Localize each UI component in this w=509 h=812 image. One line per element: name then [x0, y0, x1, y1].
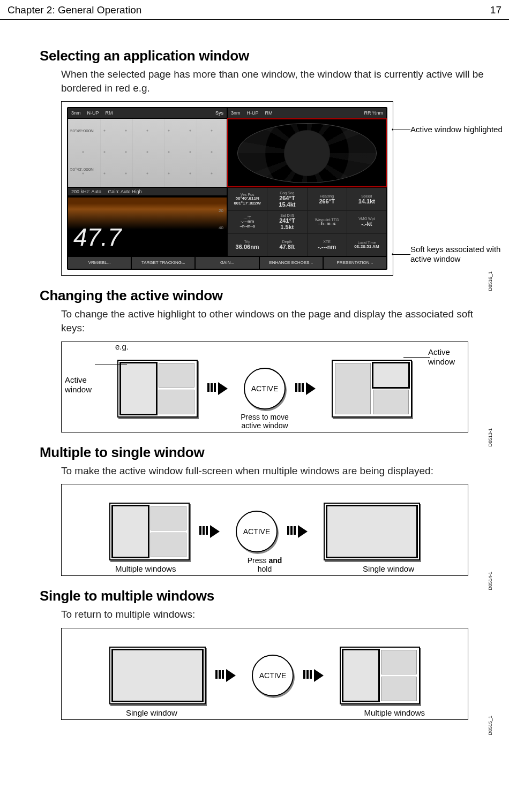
- arrow-right-icon: [303, 669, 330, 682]
- figure-mfd: 3nm N-UP RM Sys 3nm H-UP RM RR ½nm 50°49…: [61, 101, 486, 276]
- blank-hms: --h--m--s: [239, 224, 254, 229]
- pane-full: [113, 650, 203, 701]
- label-single: Single window: [126, 708, 177, 717]
- wpttg-value: --h--m--s: [318, 222, 335, 226]
- setdrift-label: Set Drift: [280, 214, 294, 217]
- callout-active-left: Active window: [65, 375, 102, 394]
- vespos-lon: 001°17'.822W: [234, 201, 260, 206]
- body-selecting: When the selected page has more than one…: [61, 67, 486, 95]
- drift-value: 1.5kt: [280, 224, 294, 230]
- press-hold-label: Press and hold: [233, 556, 297, 573]
- status-bar-right: 3nm H-UP RM RR ½nm: [228, 108, 386, 118]
- orient-left: N-UP: [87, 110, 99, 116]
- layout-single: [324, 503, 420, 560]
- mode-right: RM: [265, 110, 273, 116]
- softkey-presentation[interactable]: PRESENTATION...: [324, 257, 386, 269]
- pane-br: [381, 677, 417, 701]
- body-multi-to-single: To make the active window full-screen wh…: [61, 464, 486, 478]
- callout-active-left-text: Active window: [65, 375, 92, 394]
- pane-active-right: [373, 363, 409, 388]
- layout-multiple: [340, 647, 420, 704]
- callout-soft-keys: Soft keys associated with active window: [410, 245, 509, 264]
- figure-code-4: D8515_1: [488, 716, 493, 735]
- depth-label: Depth: [282, 240, 293, 244]
- range-left: 3nm: [71, 110, 81, 116]
- label-single: Single window: [363, 564, 414, 573]
- sonar-scale-40: 40: [219, 225, 223, 230]
- blank-bearing-value: -.---nm: [241, 219, 254, 224]
- arrow-right-icon: [287, 525, 314, 538]
- softkey-vrm-ebl[interactable]: VRM/EBL...: [68, 257, 131, 269]
- heading-changing: Changing the active window: [40, 287, 486, 304]
- range-rings: RR ½nm: [364, 110, 383, 116]
- body-changing: To change the active highlight to other …: [61, 307, 486, 335]
- sonar-scale-20: 20: [219, 208, 223, 213]
- pane-tr: [151, 506, 186, 530]
- range-right: 3nm: [231, 110, 241, 116]
- cog-value: 264°T: [279, 195, 295, 201]
- arrow-right-icon: [295, 382, 322, 395]
- sonar-freq: 200 kHz: Auto: [71, 189, 101, 194]
- figure-code-3: D8514-1: [488, 572, 493, 590]
- sonar-depth: 47.7: [73, 223, 122, 252]
- status-bar-left: 3nm N-UP RM Sys: [68, 108, 227, 118]
- pane-tr: [381, 650, 417, 674]
- vmg-value: -.-kt: [361, 221, 372, 227]
- data-pane: Ves Pos 50°40'.611N 001°17'.822W Cog Sog…: [228, 188, 386, 256]
- xte-value: -.---nm: [318, 244, 336, 250]
- figure-multi-to-single: ACTIVE Multiple windows Single window Pr…: [61, 484, 486, 576]
- callout-active-window: Active window highlighted: [410, 125, 503, 134]
- label-multiple: Multiple windows: [364, 708, 425, 717]
- orient-right: H-UP: [247, 110, 259, 116]
- press-label: Press to move active window: [233, 413, 297, 430]
- arrow-right-icon: [199, 525, 226, 538]
- vmg-label: VMG Wpt: [358, 217, 375, 221]
- layout-single: [109, 647, 206, 704]
- pane-full: [327, 506, 417, 557]
- active-button[interactable]: ACTIVE: [236, 511, 278, 552]
- body-single-to-multi: To return to multiple windows:: [61, 608, 486, 621]
- radar-pane-active: [228, 119, 386, 187]
- trip-value: 36.06nm: [236, 244, 259, 250]
- press-text-c: hold: [258, 565, 272, 573]
- softkey-target-tracking[interactable]: TARGET TRACKING...: [132, 257, 194, 269]
- softkey-gain[interactable]: GAIN...: [196, 257, 258, 269]
- active-button[interactable]: ACTIVE: [252, 655, 294, 696]
- arrow-right-icon: [215, 669, 242, 682]
- set-value: 241°T: [279, 217, 295, 224]
- depth-value: 47.8ft: [280, 244, 295, 250]
- sonar-pane: 200 kHz: Auto Gain: Auto High 20 40 47.7: [68, 188, 227, 256]
- chart-pane: 50°49'.000N 50°43'.000N: [68, 119, 227, 187]
- xte-label: XTE: [323, 240, 331, 244]
- callout-soft-keys-text: Soft keys associated with active window: [410, 245, 500, 263]
- layout-right: [332, 360, 412, 418]
- pane-left: [335, 363, 371, 414]
- pane-tr: [159, 363, 194, 388]
- eg-label: e.g.: [115, 342, 129, 352]
- pane-br: [151, 533, 186, 557]
- time-value: 03:20:51 AM: [354, 245, 379, 249]
- press-text-a: Press: [248, 556, 269, 565]
- figure-single-to-multi: ACTIVE Single window Multiple windows D8…: [61, 628, 486, 720]
- arrow-right-icon: [207, 382, 234, 395]
- heading-single-to-multi: Single to multiple windows: [40, 588, 486, 604]
- pane-active: [343, 650, 379, 701]
- pane-br: [159, 390, 194, 414]
- mode-left: RM: [106, 110, 113, 116]
- label-multiple: Multiple windows: [115, 564, 176, 573]
- chapter-title: Chapter 2: General Operation: [8, 4, 141, 16]
- active-button[interactable]: ACTIVE: [244, 368, 286, 409]
- heading-label: Heading: [320, 194, 334, 198]
- radar-sweep: [237, 123, 377, 183]
- callout-active-window-text: Active window highlighted: [410, 125, 503, 134]
- sys-indicator: Sys: [215, 110, 223, 116]
- cogsog-label: Cog Sog: [280, 191, 294, 195]
- heading-value: 266°T: [319, 198, 334, 204]
- sog-value: 15.4kt: [279, 201, 295, 208]
- heading-multi-to-single: Multiple to single window: [40, 444, 486, 461]
- layout-left: [117, 360, 198, 418]
- softkey-enhance-echoes[interactable]: ENHANCE ECHOES...: [260, 257, 323, 269]
- figure-code-2: D8513-1: [488, 428, 493, 447]
- heading-selecting: Selecting an application window: [40, 48, 486, 64]
- speed-label: Speed: [361, 194, 372, 198]
